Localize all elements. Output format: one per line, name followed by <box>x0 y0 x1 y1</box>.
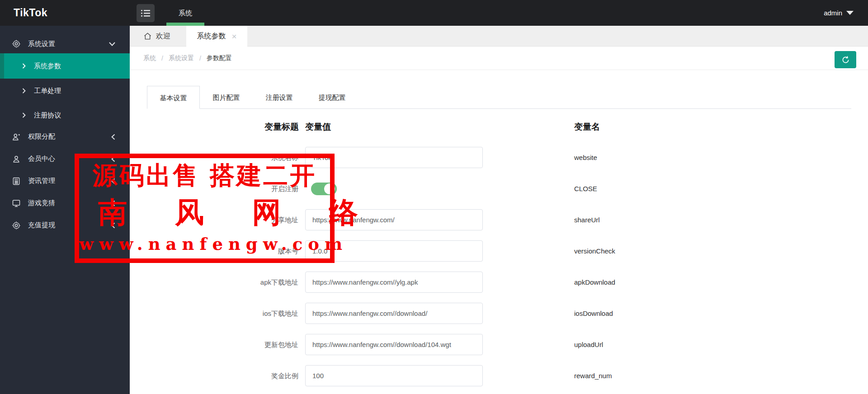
row-label: 更新包地址 <box>199 334 298 355</box>
chevron-right-icon <box>22 88 26 94</box>
row-label: 系统名称 <box>199 147 298 168</box>
sidebar-collapse-button[interactable] <box>137 4 155 22</box>
row-variable-name: shareUrl <box>574 209 710 230</box>
sidebar-item-label: 充值提现 <box>28 221 55 230</box>
tab-register-settings[interactable]: 注册设置 <box>253 86 306 109</box>
row-label: 开启注册 <box>199 178 298 199</box>
close-icon[interactable]: × <box>231 32 236 41</box>
sidebar-item-label: 系统参数 <box>34 62 61 70</box>
chevron-right-icon <box>22 63 26 69</box>
chevron-left-icon <box>111 178 115 184</box>
chevron-left-icon <box>111 156 115 162</box>
calculator-icon <box>11 176 21 186</box>
row-variable-name: website <box>574 147 710 168</box>
row-label: 分享地址 <box>199 209 298 230</box>
app-logo: TikTok <box>14 0 47 26</box>
settings-tabs: 基本设置 图片配置 注册设置 提现配置 <box>147 86 851 109</box>
row-variable-name: versionCheck <box>574 240 710 262</box>
row-label: ios下载地址 <box>199 303 298 324</box>
row-label: 奖金比例 <box>199 365 298 386</box>
sidebar-item-label: 工单处理 <box>34 87 61 95</box>
row-variable-name: reward_num <box>574 365 710 386</box>
main-area: 欢迎 系统参数 × 系统 / 系统设置 / 参数配置 基本设置 图片配置 注册设… <box>130 26 868 394</box>
chevron-down-icon <box>109 42 115 46</box>
topnav-active-underline <box>166 23 204 26</box>
input-share-url[interactable] <box>305 209 483 230</box>
sidebar-item-label: 资讯管理 <box>28 177 55 185</box>
toggle-knob <box>324 183 335 194</box>
page-tab-bar: 欢迎 系统参数 × <box>130 26 868 47</box>
username-label: admin <box>824 9 842 17</box>
sidebar-item-system-params[interactable]: 系统参数 <box>0 53 130 79</box>
breadcrumb: 系统 / 系统设置 / 参数配置 <box>143 47 232 70</box>
input-ios-download[interactable] <box>305 303 483 324</box>
sidebar-item-label: 游戏竞猜 <box>28 199 55 207</box>
breadcrumb-current: 参数配置 <box>207 54 232 62</box>
sidebar-item-news-management[interactable]: 资讯管理 <box>0 170 130 192</box>
breadcrumb-row: 系统 / 系统设置 / 参数配置 <box>130 47 868 70</box>
column-header-name: 变量名 <box>574 121 600 132</box>
tab-image-config[interactable]: 图片配置 <box>200 86 253 109</box>
topnav-item-system[interactable]: 系统 <box>166 0 204 26</box>
tab-system-params[interactable]: 系统参数 × <box>186 26 247 47</box>
breadcrumb-separator: / <box>161 55 163 62</box>
tab-withdraw-config[interactable]: 提现配置 <box>306 86 359 109</box>
chevron-left-icon <box>111 200 115 206</box>
monitor-icon <box>11 198 21 208</box>
chevron-left-icon <box>111 134 115 140</box>
row-variable-name: apkDownload <box>574 272 710 293</box>
home-icon <box>144 33 151 40</box>
breadcrumb-separator: / <box>199 55 201 62</box>
input-version[interactable] <box>305 240 483 262</box>
tab-welcome[interactable]: 欢迎 <box>137 26 178 47</box>
column-header-title: 变量标题 <box>260 121 299 132</box>
breadcrumb-item[interactable]: 系统 <box>143 54 156 62</box>
refresh-button[interactable] <box>835 51 856 68</box>
chevron-down-icon <box>846 11 854 15</box>
user-menu[interactable]: admin <box>824 0 854 26</box>
sidebar-item-label: 权限分配 <box>28 132 55 141</box>
sidebar-item-registration-agreement[interactable]: 注册协议 <box>0 103 130 127</box>
user-icon <box>11 154 21 164</box>
sidebar-item-member-center[interactable]: 会员中心 <box>0 148 130 170</box>
input-update-package[interactable] <box>305 334 483 355</box>
sidebar-item-work-orders[interactable]: 工单处理 <box>0 79 130 103</box>
list-menu-icon <box>141 9 150 17</box>
refresh-icon <box>841 56 850 64</box>
row-variable-name: iosDownload <box>574 303 710 324</box>
breadcrumb-item[interactable]: 系统设置 <box>169 54 194 62</box>
column-header-value: 变量值 <box>305 121 331 132</box>
sidebar: 系统设置 系统参数 工单处理 注册协议 权限分配 <box>0 26 130 394</box>
sidebar-item-recharge-withdraw[interactable]: 充值提现 <box>0 214 130 236</box>
user-permission-icon <box>11 132 21 142</box>
row-variable-name: CLOSE <box>574 178 710 199</box>
row-label: apk下载地址 <box>199 272 298 293</box>
gear-icon <box>11 220 21 230</box>
chevron-right-icon <box>22 113 26 118</box>
sidebar-group-label: 系统设置 <box>28 40 55 48</box>
sidebar-group-system-settings[interactable]: 系统设置 <box>0 34 130 54</box>
top-bar: TikTok 系统 admin <box>0 0 868 26</box>
tab-welcome-label: 欢迎 <box>156 32 170 41</box>
sidebar-item-label: 注册协议 <box>34 111 61 120</box>
row-label: 版本号 <box>199 240 298 262</box>
sidebar-item-game-betting[interactable]: 游戏竞猜 <box>0 192 130 214</box>
register-toggle-on[interactable] <box>311 183 337 195</box>
gear-icon <box>11 39 21 49</box>
row-variable-name: uploadUrl <box>574 334 710 355</box>
input-apk-download[interactable] <box>305 272 483 293</box>
chevron-left-icon <box>111 222 115 229</box>
tab-label: 系统参数 <box>197 32 226 41</box>
sidebar-item-permissions[interactable]: 权限分配 <box>0 126 130 148</box>
sidebar-item-label: 会员中心 <box>28 155 55 163</box>
tab-basic-settings[interactable]: 基本设置 <box>147 86 200 109</box>
input-system-name[interactable] <box>305 147 483 168</box>
input-reward-ratio[interactable] <box>305 365 483 386</box>
